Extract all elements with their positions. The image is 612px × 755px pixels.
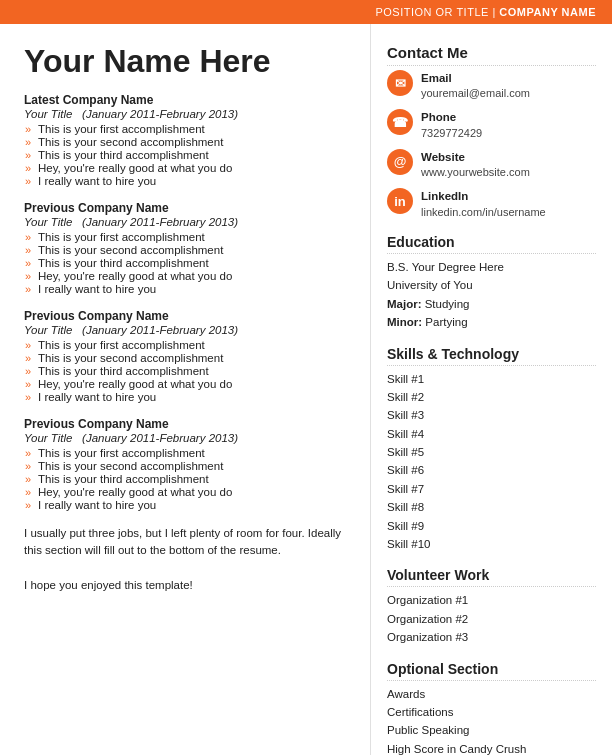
left-column: Your Name Here Latest Company NameYour T…: [0, 24, 370, 755]
skill-item-0: Skill #1: [387, 370, 596, 388]
position-title: POSITION OR TITLE: [375, 6, 488, 18]
contact-label-linkedin: LinkedIn: [421, 188, 546, 204]
contact-title: Contact Me: [387, 44, 596, 66]
contact-value-linkedin: linkedin.com/in/username: [421, 205, 546, 220]
contact-info-linkedin: LinkedInlinkedin.com/in/username: [421, 188, 546, 219]
top-banner: POSITION OR TITLE | COMPANY NAME: [0, 0, 612, 24]
education-section: Education B.S. Your Degree HereUniversit…: [387, 234, 596, 332]
job-title-0: Your Title: [24, 108, 72, 120]
accomplishments-1: This is your first accomplishmentThis is…: [24, 231, 350, 295]
job-dates-3: (January 2011-February 2013): [82, 432, 238, 444]
skills-section: Skills & Technology Skill #1Skill #2Skil…: [387, 346, 596, 554]
skills-title: Skills & Technology: [387, 346, 596, 366]
main-layout: Your Name Here Latest Company NameYour T…: [0, 24, 612, 755]
company-name-2: Previous Company Name: [24, 309, 350, 323]
job-dates-1: (January 2011-February 2013): [82, 216, 238, 228]
skill-item-7: Skill #8: [387, 498, 596, 516]
contact-item-linkedin: inLinkedInlinkedin.com/in/username: [387, 188, 596, 219]
accomplishment-2-1: This is your second accomplishment: [38, 352, 350, 364]
contact-section: Contact Me ✉Emailyouremail@email.com☎Pho…: [387, 44, 596, 220]
optional-item-3: High Score in Candy Crush: [387, 740, 596, 755]
job-title-1: Your Title: [24, 216, 72, 228]
right-column: Contact Me ✉Emailyouremail@email.com☎Pho…: [370, 24, 612, 755]
accomplishment-1-4: I really want to hire you: [38, 283, 350, 295]
education-line-2: Major: Studying: [387, 295, 596, 313]
job-title-line-2: Your Title (January 2011-February 2013): [24, 324, 350, 336]
resume-name: Your Name Here: [24, 44, 350, 79]
accomplishment-0-2: This is your third accomplishment: [38, 149, 350, 161]
linkedin-icon: in: [387, 188, 413, 214]
education-line-3: Minor: Partying: [387, 313, 596, 331]
accomplishments-2: This is your first accomplishmentThis is…: [24, 339, 350, 403]
education-label-3: Minor:: [387, 316, 422, 328]
skill-item-3: Skill #4: [387, 425, 596, 443]
job-title-line-0: Your Title (January 2011-February 2013): [24, 108, 350, 120]
website-icon: @: [387, 149, 413, 175]
job-dates-2: (January 2011-February 2013): [82, 324, 238, 336]
contact-value-website: www.yourwebsite.com: [421, 165, 530, 180]
accomplishments-3: This is your first accomplishmentThis is…: [24, 447, 350, 511]
optional-section: Optional Section AwardsCertificationsPub…: [387, 661, 596, 755]
contact-label-phone: Phone: [421, 109, 482, 125]
accomplishment-2-3: Hey, you're really good at what you do: [38, 378, 350, 390]
job-section-3: Previous Company NameYour Title (January…: [24, 417, 350, 511]
accomplishment-3-4: I really want to hire you: [38, 499, 350, 511]
footer-text: I usually put three jobs, but I left ple…: [24, 525, 350, 594]
email-icon: ✉: [387, 70, 413, 96]
volunteer-item-2: Organization #3: [387, 628, 596, 646]
job-section-1: Previous Company NameYour Title (January…: [24, 201, 350, 295]
accomplishment-3-2: This is your third accomplishment: [38, 473, 350, 485]
optional-item-1: Certifications: [387, 703, 596, 721]
volunteer-container: Organization #1Organization #2Organizati…: [387, 591, 596, 646]
volunteer-title: Volunteer Work: [387, 567, 596, 587]
job-title-line-1: Your Title (January 2011-February 2013): [24, 216, 350, 228]
job-title-2: Your Title: [24, 324, 72, 336]
volunteer-item-0: Organization #1: [387, 591, 596, 609]
accomplishment-1-3: Hey, you're really good at what you do: [38, 270, 350, 282]
job-section-0: Latest Company NameYour Title (January 2…: [24, 93, 350, 187]
skill-item-2: Skill #3: [387, 406, 596, 424]
education-line-0: B.S. Your Degree Here: [387, 258, 596, 276]
education-label-2: Major:: [387, 298, 422, 310]
skill-item-6: Skill #7: [387, 480, 596, 498]
company-name-0: Latest Company Name: [24, 93, 350, 107]
phone-icon: ☎: [387, 109, 413, 135]
contact-item-email: ✉Emailyouremail@email.com: [387, 70, 596, 101]
accomplishment-1-2: This is your third accomplishment: [38, 257, 350, 269]
education-title: Education: [387, 234, 596, 254]
jobs-container: Latest Company NameYour Title (January 2…: [24, 93, 350, 511]
volunteer-item-1: Organization #2: [387, 610, 596, 628]
optional-title: Optional Section: [387, 661, 596, 681]
accomplishments-0: This is your first accomplishmentThis is…: [24, 123, 350, 187]
accomplishment-0-0: This is your first accomplishment: [38, 123, 350, 135]
contact-label-website: Website: [421, 149, 530, 165]
contact-item-phone: ☎Phone7329772429: [387, 109, 596, 140]
contact-info-website: Websitewww.yourwebsite.com: [421, 149, 530, 180]
skill-item-5: Skill #6: [387, 461, 596, 479]
contact-info-email: Emailyouremail@email.com: [421, 70, 530, 101]
accomplishment-1-1: This is your second accomplishment: [38, 244, 350, 256]
job-title-3: Your Title: [24, 432, 72, 444]
skill-item-9: Skill #10: [387, 535, 596, 553]
education-line-1: University of You: [387, 276, 596, 294]
education-container: B.S. Your Degree HereUniversity of YouMa…: [387, 258, 596, 332]
accomplishment-3-1: This is your second accomplishment: [38, 460, 350, 472]
accomplishment-0-1: This is your second accomplishment: [38, 136, 350, 148]
contacts-container: ✉Emailyouremail@email.com☎Phone732977242…: [387, 70, 596, 220]
accomplishment-2-2: This is your third accomplishment: [38, 365, 350, 377]
job-section-2: Previous Company NameYour Title (January…: [24, 309, 350, 403]
accomplishment-2-4: I really want to hire you: [38, 391, 350, 403]
skills-container: Skill #1Skill #2Skill #3Skill #4Skill #5…: [387, 370, 596, 554]
optional-item-0: Awards: [387, 685, 596, 703]
company-name-1: Previous Company Name: [24, 201, 350, 215]
optional-item-2: Public Speaking: [387, 721, 596, 739]
accomplishment-3-3: Hey, you're really good at what you do: [38, 486, 350, 498]
volunteer-section: Volunteer Work Organization #1Organizati…: [387, 567, 596, 646]
contact-value-phone: 7329772429: [421, 126, 482, 141]
accomplishment-0-3: Hey, you're really good at what you do: [38, 162, 350, 174]
contact-label-email: Email: [421, 70, 530, 86]
contact-info-phone: Phone7329772429: [421, 109, 482, 140]
contact-item-website: @Websitewww.yourwebsite.com: [387, 149, 596, 180]
skill-item-4: Skill #5: [387, 443, 596, 461]
job-dates-0: (January 2011-February 2013): [82, 108, 238, 120]
